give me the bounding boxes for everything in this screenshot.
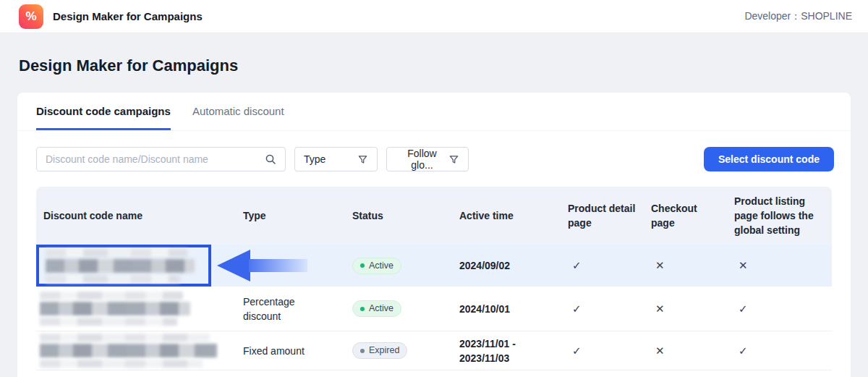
table-row[interactable]: Percentage discount Active 2024/10/01 ✓ … [36, 287, 832, 331]
check-icon: ✓ [568, 302, 651, 315]
page-title: Design Maker for Campaigns [19, 56, 849, 75]
active-time-cell: 2024/10/01 [459, 302, 568, 316]
check-icon: ✓ [568, 344, 651, 357]
developer-account-label: Developer：SHOPLINE [744, 10, 852, 23]
redacted-discount-name [40, 334, 210, 342]
tab-discount-code-campaigns[interactable]: Discount code campaigns [36, 93, 171, 130]
status-dot-icon [360, 307, 365, 311]
filter-funnel-icon [448, 154, 459, 165]
annotation-highlight-box [36, 245, 211, 287]
filter-toolbar: Type Follow glo... Select discount code [17, 131, 851, 171]
status-badge: Expired [352, 342, 407, 359]
tab-bar: Discount code campaigns Automatic discou… [17, 93, 851, 131]
status-cell: Active [352, 257, 459, 274]
column-header-status: Status [352, 208, 459, 223]
redacted-discount-name [46, 249, 187, 257]
redacted-discount-name [46, 259, 195, 273]
active-time-cell: 2023/11/01 - 2023/11/03 [459, 336, 568, 365]
check-icon: ✓ [734, 302, 832, 315]
annotation-arrow-left-icon [217, 249, 307, 282]
search-box[interactable] [36, 147, 286, 171]
type-filter-dropdown[interactable]: Type [294, 147, 378, 171]
status-label: Active [369, 260, 393, 271]
page-container: Design Maker for Campaigns Discount code… [0, 56, 868, 377]
column-header-checkout-page: Checkout page [651, 201, 734, 230]
column-header-discount-code-name: Discount code name [36, 208, 243, 223]
app-title: Design Maker for Campaigns [53, 10, 203, 22]
status-dot-icon [360, 349, 365, 353]
type-cell: Percentage discount [243, 295, 352, 323]
table-row[interactable]: Fixed amount Expired 2023/11/01 - 2023/1… [36, 331, 832, 370]
tab-automatic-discount[interactable]: Automatic discount [192, 93, 284, 130]
filter-funnel-icon [357, 154, 368, 165]
status-cell: Expired [352, 342, 459, 360]
discount-code-name-cell [36, 334, 243, 368]
follow-global-filter-label: Follow glo... [396, 148, 448, 171]
active-time-cell: 2024/09/02 [459, 258, 568, 273]
table-header-row: Discount code name Type Status Active ti… [36, 187, 832, 245]
table-row[interactable]: Active 2024/09/02 ✓ ✕ ✕ [36, 245, 832, 287]
discount-code-name-cell [36, 292, 243, 326]
cross-icon: ✕ [651, 344, 734, 357]
status-label: Active [369, 303, 393, 314]
campaigns-table: Discount code name Type Status Active ti… [36, 187, 832, 370]
redacted-discount-name [40, 360, 203, 368]
redacted-discount-name [40, 302, 190, 315]
redacted-discount-name [46, 275, 180, 283]
search-icon [265, 153, 276, 165]
status-dot-icon [360, 263, 365, 268]
redacted-discount-name [40, 344, 217, 357]
type-cell: Fixed amount [243, 344, 352, 358]
column-header-active-time: Active time [459, 208, 568, 223]
app-logo-percent-icon: % [19, 4, 43, 29]
status-badge: Active [352, 258, 401, 274]
search-input[interactable] [46, 153, 265, 165]
check-icon: ✓ [568, 259, 651, 272]
top-app-bar: % Design Maker for Campaigns Developer：S… [0, 0, 868, 33]
status-badge: Active [352, 300, 401, 317]
cross-icon: ✕ [651, 302, 734, 315]
type-filter-label: Type [304, 153, 326, 165]
cross-icon: ✕ [651, 259, 734, 272]
redacted-discount-name [40, 292, 183, 300]
follow-global-filter-dropdown[interactable]: Follow glo... [386, 147, 469, 171]
column-header-type: Type [243, 208, 352, 223]
column-header-product-listing-follows: Product listing page follows the global … [734, 194, 832, 237]
select-discount-code-button[interactable]: Select discount code [704, 147, 834, 171]
column-header-product-detail-page: Product detail page [568, 201, 651, 230]
redacted-discount-name [40, 318, 177, 326]
status-cell: Active [352, 300, 459, 318]
status-label: Expired [369, 345, 399, 356]
cross-icon: ✕ [734, 259, 832, 272]
campaigns-card: Discount code campaigns Automatic discou… [17, 93, 851, 377]
check-icon: ✓ [734, 344, 832, 357]
